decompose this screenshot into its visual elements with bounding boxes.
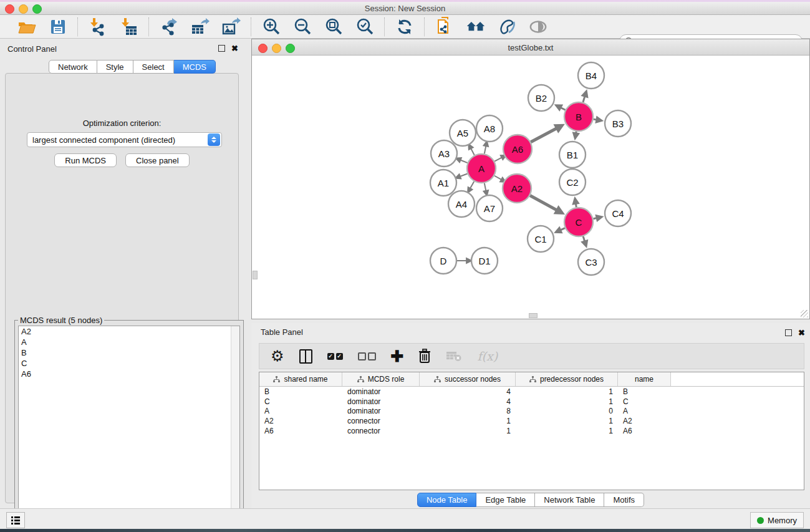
result-scrollbar[interactable] (231, 326, 239, 529)
table-cell[interactable]: 4 (420, 387, 516, 396)
graph-node-D[interactable]: D (430, 248, 456, 274)
graph-node-A[interactable]: A (467, 154, 496, 183)
table-cell[interactable]: 1 (516, 417, 618, 425)
graph-node-B1[interactable]: B1 (559, 142, 586, 168)
graph-node-B4[interactable]: B4 (578, 62, 604, 89)
graph-node-A1[interactable]: A1 (430, 170, 456, 196)
graph-node-A4[interactable]: A4 (448, 191, 475, 217)
table-row[interactable]: Bdominator41B (259, 387, 804, 397)
column-header-successor-nodes[interactable]: successor nodes (420, 372, 516, 386)
graph-node-C1[interactable]: C1 (528, 226, 554, 252)
refresh-icon[interactable] (395, 17, 414, 36)
column-header-shared-name[interactable]: shared name (259, 372, 342, 386)
table-cell[interactable]: connector (342, 427, 420, 435)
table-cell[interactable]: A2 (618, 417, 671, 425)
graph-node-B3[interactable]: B3 (605, 110, 631, 137)
result-item[interactable]: A (19, 337, 239, 347)
table-tab-node-table[interactable]: Node Table (417, 493, 477, 507)
graph-node-A5[interactable]: A5 (450, 120, 476, 146)
table-cell[interactable]: A (618, 407, 671, 415)
function-builder-icon[interactable]: f(x) (477, 347, 498, 365)
table-row[interactable]: Cdominator41C (259, 397, 804, 407)
export-image-icon[interactable] (222, 17, 241, 36)
deselect-all-icon[interactable] (358, 347, 376, 365)
close-table-panel-icon[interactable]: ✖ (798, 330, 805, 336)
graph-node-C2[interactable]: C2 (559, 169, 586, 195)
zoom-out-icon[interactable] (293, 17, 312, 36)
graph-node-B2[interactable]: B2 (528, 85, 554, 111)
memory-button[interactable]: Memory (750, 512, 804, 528)
edge-A-A2[interactable] (494, 176, 502, 180)
graph-node-A2[interactable]: A2 (503, 174, 531, 203)
table-cell[interactable]: A6 (618, 427, 671, 435)
table-cell[interactable]: 1 (516, 397, 618, 406)
network-window-titlebar[interactable]: testGlobe.txt (252, 39, 809, 56)
run-mcds-button[interactable]: Run MCDS (54, 153, 117, 167)
network-horizontal-scroll-thumb[interactable] (529, 313, 538, 318)
table-cell[interactable]: 4 (420, 397, 516, 406)
table-cell[interactable]: dominator (342, 387, 420, 396)
task-history-button[interactable] (6, 512, 25, 528)
edge-A6-B[interactable] (531, 128, 557, 142)
zoom-selected-icon[interactable] (355, 17, 374, 36)
table-row[interactable]: Adominator80A (259, 407, 804, 417)
table-cell[interactable]: A6 (259, 427, 342, 435)
table-row[interactable]: A2connector11A2 (259, 416, 804, 426)
graph-node-C3[interactable]: C3 (578, 249, 604, 275)
import-network-icon[interactable] (89, 17, 107, 36)
table-tab-network-table[interactable]: Network Table (535, 493, 604, 507)
graph-node-C[interactable]: C (564, 208, 593, 236)
table-cell[interactable]: 1 (516, 387, 618, 396)
table-cell[interactable]: 1 (516, 427, 618, 435)
select-all-icon[interactable]: ✓✓ (327, 347, 343, 365)
result-item[interactable]: A6 (19, 369, 239, 379)
save-icon[interactable] (49, 17, 67, 36)
close-panel-button[interactable]: Close panel (125, 153, 190, 167)
table-cell[interactable]: 1 (420, 427, 516, 435)
zoom-fit-icon[interactable] (324, 17, 343, 36)
table-cell[interactable]: B (618, 387, 671, 396)
table-cell[interactable]: 1 (420, 417, 516, 425)
table-cell[interactable]: dominator (342, 407, 420, 415)
delete-row-icon[interactable] (418, 347, 431, 365)
graph-node-A6[interactable]: A6 (503, 135, 532, 163)
edge-A-A7[interactable] (485, 183, 486, 191)
graph-node-A7[interactable]: A7 (476, 195, 503, 221)
table-cell[interactable]: dominator (342, 397, 420, 406)
table-cell[interactable]: C (259, 397, 342, 406)
table-cell[interactable]: connector (342, 417, 420, 425)
open-folder-icon[interactable] (17, 17, 36, 36)
column-header-name[interactable]: name (618, 372, 671, 386)
network-canvas[interactable]: B4B2BB3A8A5A6A3B1AA1C2A2A4A7C4CC1C3DD1 (253, 56, 809, 317)
table-tab-edge-table[interactable]: Edge Table (476, 493, 535, 507)
table-cell[interactable]: 0 (516, 407, 618, 415)
edge-A-A1[interactable] (460, 173, 468, 177)
paint-details-icon[interactable] (498, 17, 516, 36)
edge-A2-C[interactable] (530, 195, 557, 210)
settings-gear-icon[interactable]: ⚙ (271, 347, 284, 365)
table-cell[interactable]: 8 (420, 407, 516, 415)
import-table-icon[interactable] (120, 17, 138, 36)
graph-node-B[interactable]: B (564, 102, 593, 131)
result-item[interactable]: C (19, 358, 239, 369)
edge-A-A8[interactable] (485, 145, 486, 153)
tab-network[interactable]: Network (49, 60, 97, 74)
export-network-icon[interactable] (160, 17, 178, 36)
mcds-result-list[interactable]: A2ABCA6 (18, 326, 240, 530)
copy-network-document-icon[interactable] (435, 17, 454, 36)
home-icon[interactable] (466, 17, 485, 36)
graph-node-D1[interactable]: D1 (471, 248, 498, 274)
table-cell[interactable]: A (259, 407, 342, 415)
table-row[interactable]: A6connector11A6 (259, 426, 804, 436)
tab-select[interactable]: Select (133, 60, 174, 74)
column-header-MCDS-role[interactable]: MCDS role (342, 372, 420, 386)
graph-node-A3[interactable]: A3 (431, 140, 457, 167)
eye-icon[interactable] (529, 17, 547, 36)
clear-table-icon[interactable] (446, 347, 462, 365)
graph-node-A8[interactable]: A8 (476, 115, 503, 142)
table-cell[interactable]: C (618, 397, 671, 406)
float-panel-icon[interactable] (218, 45, 225, 52)
add-row-icon[interactable]: ✚ (391, 347, 404, 365)
table-cell[interactable]: B (259, 387, 342, 396)
optimization-criterion-dropdown[interactable]: largest connected component (directed) (27, 132, 222, 147)
